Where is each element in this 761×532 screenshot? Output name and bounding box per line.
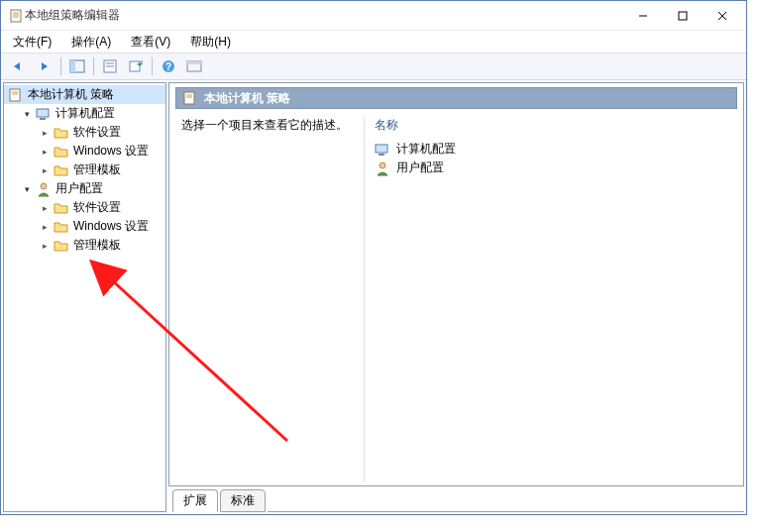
tree-item-label: 计算机配置 (55, 105, 115, 122)
close-button[interactable] (703, 2, 742, 30)
expand-icon[interactable] (40, 147, 50, 157)
tree-comp-admin[interactable]: 管理模板 (4, 160, 165, 179)
export-button[interactable] (124, 55, 148, 77)
computer-icon (375, 142, 390, 158)
user-icon (375, 160, 390, 176)
folder-icon (54, 200, 69, 216)
tree-comp-software[interactable]: 软件设置 (4, 123, 165, 142)
tree-item-label: 软件设置 (73, 124, 121, 141)
svg-point-29 (380, 162, 385, 168)
tree-item-label: 用户配置 (55, 180, 103, 197)
back-button[interactable] (7, 55, 31, 77)
expand-icon[interactable] (22, 184, 32, 194)
menubar: 文件(F) 操作(A) 查看(V) 帮助(H) (1, 31, 746, 53)
svg-rect-5 (679, 12, 687, 20)
tab-standard[interactable]: 标准 (220, 489, 266, 512)
tree-comp-windows[interactable]: Windows 设置 (4, 142, 165, 160)
policy-icon (182, 90, 198, 106)
expand-icon[interactable] (40, 222, 50, 232)
svg-rect-9 (70, 60, 75, 72)
properties-button[interactable] (98, 55, 122, 77)
content-body: 选择一个项目来查看它的描述。 名称 计算机配置 用户配置 (175, 109, 737, 481)
svg-rect-28 (379, 154, 384, 156)
svg-rect-27 (376, 145, 387, 153)
gpedit-window: 本地组策略编辑器 文件(F) 操作(A) 查看(V) 帮助(H) ? 本地计算机… (0, 0, 747, 515)
svg-rect-0 (11, 10, 21, 22)
expand-icon[interactable] (40, 128, 50, 138)
svg-rect-21 (37, 109, 49, 117)
tabs-baseline (268, 511, 744, 512)
expand-icon[interactable] (22, 109, 32, 119)
menu-action[interactable]: 操作(A) (67, 32, 115, 53)
svg-point-23 (41, 183, 47, 189)
menu-help[interactable]: 帮助(H) (186, 32, 235, 53)
toolbar: ? (1, 53, 746, 80)
help-button[interactable]: ? (157, 55, 180, 77)
policy-icon (8, 87, 24, 103)
menu-view[interactable]: 查看(V) (127, 32, 174, 53)
list-item-user[interactable]: 用户配置 (375, 159, 727, 177)
tree-item-label: Windows 设置 (73, 218, 149, 235)
svg-rect-17 (187, 61, 201, 64)
filter-button[interactable] (182, 55, 206, 77)
description-column: 选择一个项目来查看它的描述。 (175, 117, 364, 481)
workarea: 本地计算机 策略 计算机配置 软件设置 Windows 设置 管理模板 (1, 80, 746, 514)
tree-item-label: 软件设置 (73, 199, 121, 216)
tree-user-admin[interactable]: 管理模板 (4, 236, 165, 255)
folder-icon (54, 162, 69, 178)
svg-rect-13 (130, 61, 140, 71)
show-tree-button[interactable] (65, 55, 89, 77)
toolbar-separator (60, 57, 61, 75)
content-header-label: 本地计算机 策略 (204, 90, 290, 107)
list-item-label: 用户配置 (396, 160, 444, 176)
expand-icon[interactable] (40, 241, 50, 251)
tree-pane[interactable]: 本地计算机 策略 计算机配置 软件设置 Windows 设置 管理模板 (3, 82, 166, 512)
list-item-label: 计算机配置 (396, 141, 456, 158)
expand-icon[interactable] (40, 203, 50, 213)
tree-user-config[interactable]: 用户配置 (4, 179, 165, 198)
folder-icon (54, 144, 69, 160)
list-column: 名称 计算机配置 用户配置 (364, 117, 737, 481)
folder-icon (54, 238, 69, 254)
forward-button[interactable] (33, 55, 56, 77)
svg-text:?: ? (165, 61, 171, 72)
svg-rect-24 (184, 92, 194, 104)
content-frame: 本地计算机 策略 选择一个项目来查看它的描述。 名称 计算机配置 (168, 82, 744, 486)
app-icon (9, 8, 25, 24)
tabs: 扩展 标准 (168, 488, 744, 512)
content-header: 本地计算机 策略 (175, 87, 737, 109)
tab-extended[interactable]: 扩展 (172, 489, 218, 512)
list-item-computer[interactable]: 计算机配置 (375, 140, 727, 159)
user-icon (36, 181, 52, 197)
content-pane: 本地计算机 策略 选择一个项目来查看它的描述。 名称 计算机配置 (168, 82, 744, 512)
minimize-button[interactable] (623, 2, 663, 30)
menu-file[interactable]: 文件(F) (9, 32, 55, 53)
toolbar-separator (93, 57, 94, 75)
tree-user-software[interactable]: 软件设置 (4, 198, 165, 217)
tree-computer-config[interactable]: 计算机配置 (4, 104, 165, 123)
window-title: 本地组策略编辑器 (25, 7, 623, 24)
tree-item-label: 管理模板 (73, 237, 121, 254)
computer-icon (36, 106, 52, 122)
svg-rect-22 (40, 118, 46, 120)
titlebar: 本地组策略编辑器 (1, 1, 746, 31)
expand-icon[interactable] (40, 165, 50, 175)
tree-user-windows[interactable]: Windows 设置 (4, 217, 165, 236)
tree-root-label: 本地计算机 策略 (28, 86, 114, 103)
tree-item-label: 管理模板 (73, 161, 121, 178)
maximize-button[interactable] (663, 2, 703, 30)
folder-icon (54, 125, 69, 141)
folder-icon (54, 219, 69, 235)
tree-root[interactable]: 本地计算机 策略 (4, 85, 165, 104)
toolbar-separator (152, 57, 153, 75)
svg-rect-18 (10, 89, 20, 101)
name-column-header[interactable]: 名称 (375, 117, 727, 134)
description-text: 选择一个项目来查看它的描述。 (181, 118, 348, 132)
tree-item-label: Windows 设置 (73, 143, 149, 160)
